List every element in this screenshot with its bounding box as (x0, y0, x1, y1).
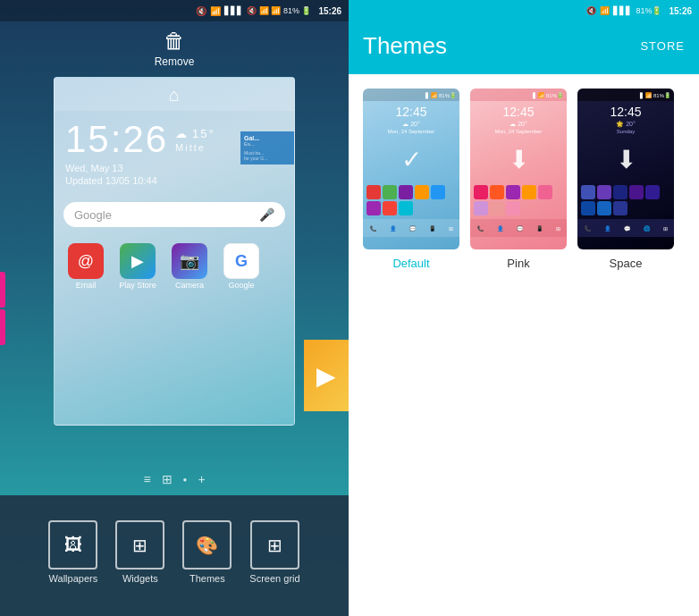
theme-label-space: Space (610, 257, 643, 270)
time-right: 15:26 (669, 6, 692, 16)
mute-icon: 🔇 (196, 6, 206, 16)
app-google[interactable]: G Google (219, 243, 264, 290)
mini-app-p8 (506, 201, 520, 215)
theme-label-default: Default (392, 257, 429, 270)
updated-line: Updated 13/05 10:44 (65, 175, 283, 186)
app-playstore[interactable]: ▶ Play Store (115, 243, 160, 290)
themes-label: Themes (189, 573, 225, 584)
google-search[interactable]: Google 🎤 (63, 202, 285, 227)
mini-app-p3 (506, 185, 520, 199)
playstore-label: Play Store (119, 281, 156, 290)
nav-add: + (198, 472, 205, 486)
themes-icon: 🎨 (182, 520, 232, 570)
gallery-edge-icon: ▶ (304, 340, 349, 411)
mini-app-s7 (597, 201, 611, 215)
mini-app-s5 (645, 185, 660, 199)
wifi-icon: 📶 (210, 6, 221, 16)
mini-app-p1 (474, 185, 488, 199)
wallpapers-label: Wallpapers (49, 573, 98, 584)
widgets-label: Widgets (122, 573, 158, 584)
left-sidebar-tabs (0, 272, 5, 345)
screengrid-label: Screen grid (249, 573, 299, 584)
playstore-icon: ▶ (120, 243, 156, 279)
mini-app-4 (415, 185, 429, 199)
home-icon: ⌂ (63, 85, 285, 105)
status-bar-right: 🔇 📶 ▋▋▋ 81%🔋 15:26 (349, 0, 699, 21)
app-email[interactable]: @ Email (63, 243, 108, 290)
mini-bottom-default: 📞👤💬📱⊞ (363, 219, 459, 237)
mini-download-pink: ⬇ (470, 145, 567, 174)
mini-app-s6 (581, 201, 595, 215)
status-bar-left: 🔇 📶 ▋▋▋ 🔇 📶 📶 81% 🔋 15:26 (0, 0, 349, 21)
mini-app-6 (366, 201, 381, 215)
camera-label: Camera (175, 281, 204, 290)
screengrid-option[interactable]: ⊞ Screen grid (249, 520, 299, 584)
mini-time-space: 12:45 (577, 101, 674, 121)
mini-app-s4 (629, 185, 644, 199)
clock-time: 15:26 (65, 118, 168, 161)
mini-app-p4 (522, 185, 536, 199)
mini-app-1 (366, 185, 381, 199)
mini-app-s1 (581, 185, 595, 199)
nav-dot: ● (183, 476, 188, 484)
email-icon: @ (68, 243, 104, 279)
bottom-icons-row: 🖼 Wallpapers ⊞ Widgets 🎨 Themes ⊞ Screen… (48, 520, 299, 584)
mini-apps-pink (470, 181, 567, 219)
theme-preview-default: ▋ 📶 81%🔋 12:45 ☁ 20° Mon, 24 September ✓ (363, 89, 459, 249)
right-panel: 🔇 📶 ▋▋▋ 81%🔋 15:26 Themes STORE ▋ 📶 81%🔋… (349, 0, 699, 616)
mini-app-8 (399, 201, 413, 215)
mini-status-pink: ▋ 📶 81%🔋 (470, 89, 567, 101)
location: Mitte (175, 142, 215, 153)
mini-app-p2 (490, 185, 504, 199)
mini-bottom-space: 📞👤💬🌐⊞ (577, 219, 674, 237)
themes-title: Themes (363, 32, 447, 60)
mini-weather-space: 🌟 20° Sunday (577, 121, 674, 138)
themes-rest (349, 284, 699, 616)
left-panel: 🔇 📶 ▋▋▋ 🔇 📶 📶 81% 🔋 15:26 🗑 Remove ⌂ 15:… (0, 0, 349, 616)
google-label: Google (228, 281, 254, 290)
mini-app-2 (383, 185, 397, 199)
mini-app-p5 (538, 185, 552, 199)
mini-app-3 (399, 185, 413, 199)
mini-time-pink: 12:45 (470, 101, 567, 121)
theme-item-pink[interactable]: ▋ 📶 81%🔋 12:45 ☁ 20° Mon, 24 September ⬇ (470, 89, 567, 270)
mini-check-icon: ✓ (363, 145, 459, 174)
widgets-icon: ⊞ (115, 520, 164, 570)
widgets-option[interactable]: ⊞ Widgets (115, 520, 164, 584)
weather-icon: ☁ (175, 127, 189, 140)
mini-apps-space (577, 181, 674, 219)
mic-icon: 🎤 (259, 207, 274, 222)
wallpapers-option[interactable]: 🖼 Wallpapers (48, 520, 97, 584)
mini-app-s2 (597, 185, 611, 199)
theme-label-pink: Pink (507, 257, 529, 270)
wifi-icon-r: 📶 (600, 6, 610, 15)
mini-app-p6 (474, 201, 488, 215)
theme-item-default[interactable]: ▋ 📶 81%🔋 12:45 ☁ 20° Mon, 24 September ✓ (363, 89, 459, 270)
mini-status-default: ▋ 📶 81%🔋 (363, 89, 459, 101)
search-text: Google (74, 208, 112, 222)
themes-grid: ▋ 📶 81%🔋 12:45 ☁ 20° Mon, 24 September ✓ (349, 74, 699, 284)
remove-label: Remove (155, 55, 195, 68)
theme-item-space[interactable]: ▋ 📶 81%🔋 12:45 🌟 20° Sunday ⬇ (577, 89, 674, 270)
themes-option[interactable]: 🎨 Themes (182, 520, 232, 584)
bottom-options: 🖼 Wallpapers ⊞ Widgets 🎨 Themes ⊞ Screen… (0, 495, 349, 616)
weather-info: ☁ 15° (175, 127, 215, 140)
mini-weather-default: ☁ 20° Mon, 24 September (363, 121, 459, 138)
mini-app-s3 (613, 185, 627, 199)
nav-dots: ≡ ⊞ ● + (143, 472, 205, 486)
status-icons-right: 🔇 📶 ▋▋▋ 81%🔋 15:26 (586, 6, 692, 16)
phone-preview-header: ⌂ (55, 78, 294, 111)
gallery-widget: Gal... Es... Must-ha... for your G... (240, 131, 294, 165)
app-camera[interactable]: 📷 Camera (167, 243, 212, 290)
sidebar-tab-2 (0, 309, 5, 345)
mini-time-default: 12:45 (363, 101, 459, 121)
signal-icon: ▋▋▋ (224, 6, 243, 15)
email-label: Email (76, 281, 97, 290)
store-button[interactable]: STORE (640, 39, 685, 53)
temperature: 15° (192, 127, 215, 140)
mini-app-7 (383, 201, 397, 215)
gallery-chevron: ▶ (316, 361, 336, 391)
mini-bottom-pink: 📞👤💬📱⊞ (470, 219, 567, 237)
remove-button[interactable]: 🗑 Remove (155, 29, 195, 68)
sidebar-tab-1 (0, 272, 5, 308)
